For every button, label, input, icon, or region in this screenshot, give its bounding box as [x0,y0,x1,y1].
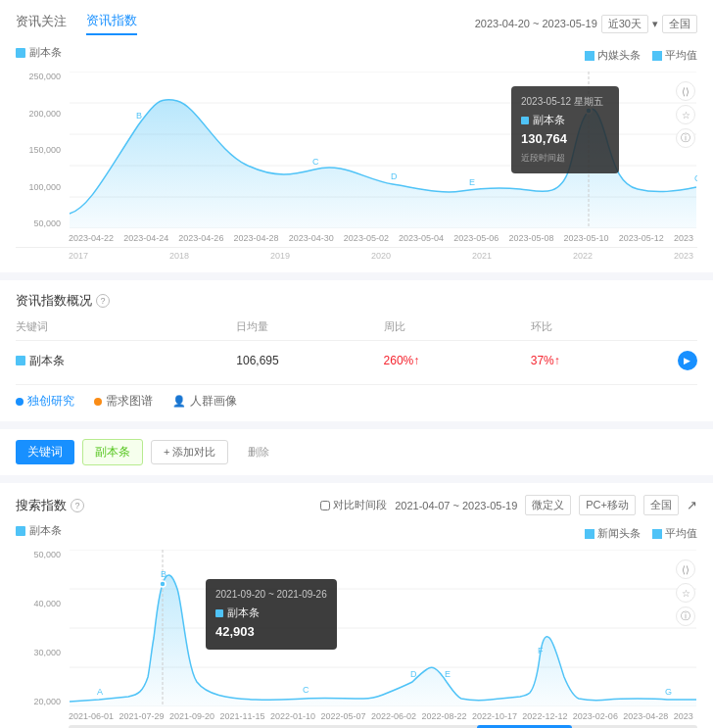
keyword-btn[interactable]: 关键词 [16,440,74,464]
overview-daily-cell: 106,695 [236,354,383,367]
overview-section: 资讯指数概况 ? 关键词 日均量 周比 环比 副本条 106,695 260%↑… [0,280,713,421]
search-chart-svg: A B C D E F G [69,550,697,706]
sub-tab-audience[interactable]: 👤 人群画像 [172,393,237,410]
year-label: 2021 [472,251,492,261]
tooltip-row: 副本条 [521,112,609,129]
checkbox-media[interactable]: 内媒头条 [585,48,641,63]
period-btn[interactable]: 近30天 [601,15,648,33]
region-btn[interactable]: 全国 [662,15,697,33]
search-share-icon[interactable]: ⟨⟩ [676,559,695,579]
sx-label: 2022-08-22 [421,711,466,721]
col-header-keyword: 关键词 [16,319,236,334]
checkbox-avg[interactable]: 平均值 [652,48,697,63]
share-icon[interactable]: ⟨⟩ [676,81,695,101]
chart-legend: 副本条 [16,45,62,60]
svg-point-19 [160,581,166,587]
sx-label: 2021-11-15 [219,711,264,721]
keyword-bar: 关键词 副本条 + 添加对比 删除 [16,439,697,465]
svg-text:B: B [161,569,166,579]
sx-label: 2021-09-20 [169,711,214,721]
search-legend-label: 副本条 [29,523,62,538]
x-label: 2023-04-26 [178,233,223,243]
svg-text:F: F [538,646,544,655]
x-label: 2023-05-02 [344,233,389,243]
search-chart-tooltip: 2021-09-20 ~ 2021-09-26 副本条 42,903 [206,579,337,650]
compare-period-check[interactable]: 对比时间段 [320,498,387,512]
x-label: 2023-05-04 [399,233,444,243]
y-label-4: 100,000 [16,182,61,192]
tooltip-date: 2023-05-12 星期五 [521,94,609,110]
overview-table: 关键词 日均量 周比 环比 副本条 106,695 260%↑ 37%↑ ▶ [16,319,697,374]
sx-label: 2023 [674,711,693,721]
row-color-dot [16,356,25,365]
year-label: 2017 [69,251,88,261]
svg-text:B: B [136,111,142,121]
x-label: 2023-05-06 [453,233,499,243]
col-header-daily: 日均量 [236,319,383,334]
export-icon[interactable]: ↗ [687,498,697,512]
keyword-section: 关键词 副本条 + 添加对比 删除 [0,429,713,475]
svg-text:C: C [312,157,319,167]
search-x-axis: 2021-06-01 2021-07-29 2021-09-20 2021-11… [16,711,697,721]
y-label-5: 50,000 [16,218,61,228]
delete-compare-btn[interactable]: 删除 [236,441,281,463]
year-axis: 2017 2018 2019 2020 2021 2022 2023 [16,247,697,261]
search-header: 搜索指数 ? 对比时间段 2021-04-07 ~ 2023-05-19 微定义… [16,495,697,515]
sub-tab-demand-label: 需求图谱 [106,393,153,410]
checkbox-media-icon [585,51,594,61]
search-tooltip-row: 副本条 [215,605,327,622]
search-checkbox-media-label: 新闻头条 [597,526,641,541]
tab-news-attention[interactable]: 资讯关注 [16,13,67,34]
sx-label: 2023-04-28 [623,711,668,721]
sub-tabs: 独创研究 需求图谱 👤 人群画像 [16,384,697,410]
search-right-icons: ⟨⟩ ☆ ⓘ [676,559,695,626]
row-action-icon[interactable]: ▶ [678,351,697,370]
main-container: 资讯关注 资讯指数 2023-04-20 ~ 2023-05-19 近30天 ▾… [0,0,713,728]
sx-label: 2022-05-07 [320,711,365,721]
tab-news-index[interactable]: 资讯指数 [86,12,137,35]
top-chart-tooltip: 2023-05-12 星期五 副本条 130,764 近段时间超 [511,86,619,173]
search-chart-legend: 副本条 [16,523,62,538]
tooltip-extra: 近段时间超 [521,151,609,165]
sub-tab-research-label: 独创研究 [27,393,74,410]
tooltip-value: 130,764 [521,129,609,150]
search-checkbox-avg[interactable]: 平均值 [652,526,697,541]
right-icons: ⟨⟩ ☆ ⓘ [676,81,695,148]
svg-text:D: D [391,171,398,181]
search-info-icon[interactable]: ? [71,499,84,512]
add-compare-btn[interactable]: + 添加对比 [151,440,228,464]
sx-label: 2022-12-12 [522,711,567,721]
device-btn[interactable]: PC+移动 [579,495,636,515]
search-star-icon[interactable]: ☆ [676,583,695,603]
overview-table-header: 关键词 日均量 周比 环比 [16,319,697,341]
tabs-bar: 资讯关注 资讯指数 2023-04-20 ~ 2023-05-19 近30天 ▾… [16,12,697,35]
legend-color-dot [16,48,25,58]
compare-period-checkbox[interactable] [320,501,330,510]
sub-tab-demand[interactable]: 需求图谱 [94,393,153,410]
search-tooltip-value: 42,903 [215,622,327,643]
overview-weekly-cell: 260%↑ [384,354,531,367]
search-tooltip-color [215,609,223,617]
overview-monthly-cell: 37%↑ [531,354,678,367]
sub-tab-research[interactable]: 独创研究 [16,393,74,410]
x-label: 2023-04-22 [69,233,114,243]
info-circle-icon[interactable]: ⓘ [676,128,695,148]
sx-label: 2022-10-17 [472,711,517,721]
term-btn[interactable]: 副本条 [82,439,143,465]
sx-label: 2022-06-02 [371,711,416,721]
search-info-icon-btn[interactable]: ⓘ [676,607,695,626]
search-legend-dot [16,526,25,536]
x-label: 2023-04-24 [123,233,168,243]
overview-info-icon[interactable]: ? [96,294,110,308]
search-legend-item: 副本条 [16,523,62,538]
search-y-label-1: 50,000 [16,550,61,559]
top-chart-wrapper: 250,000 200,000 150,000 100,000 50,000 [16,72,697,261]
custom-btn[interactable]: 微定义 [525,495,571,515]
legend-label: 副本条 [29,45,62,60]
star-icon[interactable]: ☆ [676,105,695,124]
sep: ▾ [652,18,658,30]
svg-text:D: D [410,669,417,679]
region-btn-search[interactable]: 全国 [643,495,679,515]
year-label: 2018 [169,251,189,261]
search-checkbox-media[interactable]: 新闻头条 [585,526,641,541]
